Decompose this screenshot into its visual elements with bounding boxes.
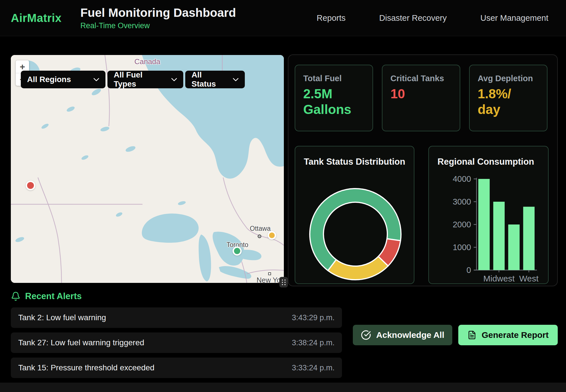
alert-time: 3:38:24 p.m. (292, 338, 335, 347)
stat-card-total-fuel: Total Fuel 2.5MGallons (295, 65, 373, 131)
svg-text:0: 0 (467, 266, 471, 275)
nav-disaster-recovery[interactable]: Disaster Recovery (379, 13, 447, 23)
fuel-type-filter-value: All Fuel Types (114, 70, 166, 89)
file-text-icon (467, 330, 477, 340)
chevron-down-icon (171, 78, 177, 81)
brand-logo: AirMatrix (11, 12, 62, 24)
stat-value-avg-depletion: 1.8%/day (478, 86, 539, 117)
stats-row: Total Fuel 2.5MGallons Critical Tanks 10… (295, 65, 547, 131)
alert-message: Tank 2: Low fuel warning (18, 313, 106, 322)
warning-tank-marker[interactable] (268, 231, 276, 240)
svg-text:West: West (519, 274, 539, 283)
alert-list: Tank 2: Low fuel warning 3:43:29 p.m. Ta… (11, 307, 342, 383)
status-filter-value: All Status (192, 70, 228, 89)
regional-consumption-chart-card: Regional Consumption 01000200030004000Mi… (428, 146, 549, 284)
chevron-down-icon (93, 78, 99, 81)
status-filter-select[interactable]: All Status (185, 71, 245, 88)
svg-text:1000: 1000 (453, 243, 471, 252)
ottawa-city-symbol (258, 234, 261, 238)
page-title: Fuel Monitoring Dashboard (80, 6, 236, 20)
title-block: Fuel Monitoring Dashboard Real-Time Over… (80, 6, 236, 30)
stat-value-critical-tanks: 10 (390, 86, 452, 102)
chart-title: Regional Consumption (437, 157, 534, 167)
region-filter-select[interactable]: All Regions (21, 71, 105, 88)
metrics-panel: Total Fuel 2.5MGallons Critical Tanks 10… (288, 54, 558, 286)
svg-text:Midwest: Midwest (483, 274, 515, 283)
alert-row: Tank 27: Low fuel warning triggered 3:38… (11, 332, 342, 353)
stat-label: Critical Tanks (390, 74, 452, 83)
svg-text:3000: 3000 (453, 197, 471, 206)
check-circle-icon (361, 330, 371, 340)
chart-title: Tank Status Distribution (304, 157, 405, 167)
charts-row: Tank Status Distribution Regional Consum… (295, 146, 549, 284)
acknowledge-all-button[interactable]: Acknowledge All (353, 325, 452, 345)
map-filter-bar: All Regions All Fuel Types All Status (21, 71, 245, 88)
bell-icon (11, 291, 21, 301)
alert-time: 3:43:29 p.m. (292, 313, 335, 322)
stat-label: Avg Depletion (478, 74, 539, 83)
regional-consumption-bar-chart: 01000200030004000MidwestWest (429, 146, 549, 284)
main-nav: Reports Disaster Recovery User Managemen… (317, 13, 566, 23)
alerts-header: Recent Alerts (11, 291, 82, 301)
alert-row: Tank 2: Low fuel warning 3:43:29 p.m. (11, 307, 342, 328)
dashboard-page: AirMatrix Fuel Monitoring Dashboard Real… (0, 0, 566, 392)
alert-message: Tank 15: Pressure threshold exceeded (18, 363, 154, 372)
normal-tank-marker[interactable] (233, 246, 242, 256)
stat-label: Total Fuel (303, 74, 365, 83)
tank-status-donut-chart (295, 146, 414, 284)
alert-row: Tank 15: Pressure threshold exceeded 3:3… (11, 358, 342, 378)
fuel-type-filter-select[interactable]: All Fuel Types (107, 71, 183, 88)
tank-status-chart-card: Tank Status Distribution (295, 146, 414, 284)
alert-message: Tank 27: Low fuel warning triggered (18, 338, 144, 347)
map-canvas (11, 55, 284, 283)
alerts-title: Recent Alerts (25, 291, 82, 301)
fuel-map[interactable]: Canada Ottawa Toronto New York + − All R… (11, 55, 284, 283)
new-york-city-symbol (268, 272, 271, 275)
critical-tank-marker[interactable] (26, 181, 35, 190)
region-filter-value: All Regions (27, 75, 71, 84)
svg-text:4000: 4000 (453, 174, 471, 183)
svg-text:2000: 2000 (453, 220, 471, 229)
chevron-down-icon (233, 78, 239, 81)
app-header: AirMatrix Fuel Monitoring Dashboard Real… (0, 0, 566, 36)
generate-report-label: Generate Report (482, 330, 549, 340)
acknowledge-all-label: Acknowledge All (376, 330, 444, 340)
nav-reports[interactable]: Reports (317, 13, 346, 23)
map-label-canada: Canada (11, 57, 284, 66)
footer-strip (0, 383, 566, 392)
stat-card-avg-depletion: Avg Depletion 1.8%/day (469, 65, 547, 131)
stat-card-critical-tanks: Critical Tanks 10 (382, 65, 460, 131)
grip-dots-icon (282, 279, 286, 285)
generate-report-button[interactable]: Generate Report (458, 325, 558, 345)
map-resize-handle[interactable] (279, 277, 288, 287)
nav-user-management[interactable]: User Management (480, 13, 548, 23)
stat-value-total-fuel: 2.5MGallons (303, 86, 365, 117)
page-subtitle: Real-Time Overview (80, 21, 236, 30)
alert-time: 3:33:24 p.m. (292, 364, 335, 372)
